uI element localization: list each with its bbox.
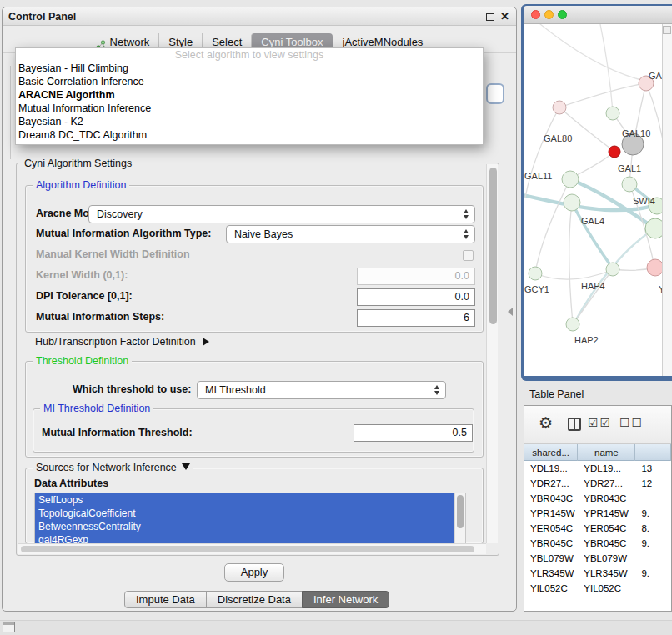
attributes-scrollbar-thumb[interactable] [457,495,464,528]
table-cell: YIL052C [578,581,635,596]
bottom-tab-discretize-data[interactable]: Discretize Data [206,591,303,608]
mi-steps-field[interactable]: 6 [357,309,475,327]
algorithm-option-basic-correlation-inference[interactable]: Basic Correlation Inference [16,75,483,88]
algorithm-option-dream8-dc-tdc-algorithm[interactable]: Dream8 DC_TDC Algorithm [16,128,483,142]
mi-threshold-field[interactable]: 0.5 [354,424,473,442]
sources-title[interactable]: Sources for Network Inference [33,462,193,473]
attribute-item-topologicalcoefficient[interactable]: TopologicalCoefficient [35,507,454,520]
settings-hscrollbar-thumb[interactable] [21,546,474,552]
network-node[interactable] [529,267,542,280]
control-panel-titlebar[interactable]: Control Panel ✕ [3,8,516,26]
algorithm-option-mutual-information-inference[interactable]: Mutual Information Inference [16,102,483,115]
collapsed-arrow-icon [203,338,209,346]
aracne-mode-select[interactable]: Discovery [88,205,475,223]
select-all-checkboxes-icon[interactable]: ☑☑ [588,416,612,429]
network-view-window: GALGAL80GAL10GAL11GAL1SWI4GAL4GCY1HAP4HA… [521,4,672,381]
network-node[interactable] [606,107,619,120]
close-traffic-light[interactable] [531,10,540,19]
network-edge[interactable] [540,24,644,81]
sources-group: Sources for Network Inference Data Attri… [25,468,484,544]
network-node[interactable] [622,177,637,192]
table-row[interactable]: YPR145WYPR145W9. [524,506,671,521]
network-canvas[interactable]: GALGAL80GAL10GAL11GAL1SWI4GAL4GCY1HAP4HA… [524,24,672,376]
table-row[interactable]: YER054CYER054C8. [524,521,671,536]
close-icon[interactable]: ✕ [500,10,509,22]
mi-threshold-title: MI Threshold Definition [40,402,153,414]
network-vertical-scrollbar[interactable] [662,24,672,376]
expanded-arrow-icon [182,463,190,470]
network-edge[interactable] [569,203,573,323]
attribute-item-betweennesscentrality[interactable]: BetweennessCentrality [35,520,454,533]
network-edge[interactable] [559,108,614,151]
algorithm-dropdown-items: Bayesian - Hill ClimbingBasic Correlatio… [16,62,483,142]
table-row[interactable]: YDL19...YDL19...13 [524,461,671,476]
table-row[interactable]: YDR27...YDR27...12 [524,476,671,491]
network-edge[interactable] [572,202,613,268]
column-header-col2[interactable] [635,444,671,461]
gear-icon[interactable]: ⚙ [539,413,553,433]
network-scrollbar-button[interactable] [663,26,671,34]
algorithm-option-bayesian-hill-climbing[interactable]: Bayesian - Hill Climbing [16,62,483,75]
settings-scrollbar-thumb[interactable] [489,168,497,324]
network-node[interactable] [606,262,619,276]
node-label: HAP2 [574,335,599,345]
table-cell: YIL052C [524,581,578,596]
network-node[interactable] [566,318,579,331]
table-cell: 8. [635,521,671,536]
network-node[interactable] [647,259,664,276]
table-row[interactable]: YBR045CYBR045C9. [524,536,671,551]
table-row[interactable]: YBL079WYBL079W [524,551,671,566]
algorithm-option-bayesian-k2[interactable]: Bayesian - K2 [16,115,483,128]
bottom-tab-impute-data[interactable]: Impute Data [124,591,207,608]
settings-horizontal-scrollbar[interactable] [18,543,486,554]
attributes-scrollbar[interactable] [454,493,465,544]
minimized-panel-icon[interactable] [3,622,15,632]
zoom-traffic-light[interactable] [558,10,567,19]
which-threshold-select[interactable]: MI Threshold [197,381,446,399]
node-label: HAP4 [581,281,605,291]
bottom-tab-infer-network[interactable]: Infer Network [302,591,389,608]
settings-vertical-scrollbar[interactable] [486,164,498,543]
algorithm-option-aracne-algorithm[interactable]: ARACNE Algorithm [16,88,483,102]
dpi-tolerance-field[interactable]: 0.0 [357,288,475,306]
deselect-all-checkboxes-icon[interactable]: ☐☐ [619,416,644,429]
network-edge[interactable] [525,108,559,198]
network-window-titlebar[interactable] [524,6,672,24]
network-node[interactable] [562,171,579,188]
network-node[interactable] [564,194,580,211]
bottom-status-strip [0,620,672,635]
column-header-shared[interactable]: shared... [524,444,578,461]
manual-kernel-width-checkbox[interactable] [463,250,474,261]
network-edge[interactable] [535,179,570,272]
network-edge[interactable] [572,152,614,178]
algorithm-combo-partial[interactable] [486,83,504,104]
threshold-definition-group: Threshold Definition Which threshold to … [25,361,484,458]
kernel-width-field[interactable]: 0.0 [357,268,475,285]
table-row[interactable]: YLR345WYLR345W9. [524,566,671,581]
table-row[interactable]: YBR043CYBR043C [524,491,671,506]
threshold-definition-title: Threshold Definition [33,355,132,367]
mi-threshold-label: Mutual Information Threshold: [42,427,193,438]
network-node[interactable] [553,101,566,114]
minimize-traffic-light[interactable] [544,10,554,19]
mi-algorithm-type-select[interactable]: Naive Bayes [226,225,475,243]
node-label: GAL10 [622,128,650,138]
network-edge[interactable] [600,24,613,112]
hub-definition-toggle[interactable]: Hub/Transcription Factor Definition [35,336,209,348]
columns-icon[interactable] [568,418,581,431]
data-attributes-list[interactable]: SelfLoopsTopologicalCoefficientBetweenne… [34,492,466,545]
table-cell: 9. [635,506,671,521]
attribute-item-selfloops[interactable]: SelfLoops [35,493,454,507]
table-cell: YBR045C [578,536,635,551]
network-node[interactable] [609,146,620,158]
network-edge[interactable] [535,270,612,279]
column-header-name[interactable]: name [578,444,635,461]
network-edge[interactable] [574,269,613,323]
bottom-tab-bar: Impute DataDiscretize DataInfer Network [124,591,389,608]
network-edge[interactable] [559,83,645,108]
table-row[interactable]: YIL052CYIL052C [524,581,671,596]
apply-button[interactable]: Apply [224,563,284,582]
table-cell [635,491,671,506]
float-window-icon[interactable] [486,13,494,21]
split-pane-handle[interactable] [508,308,513,316]
